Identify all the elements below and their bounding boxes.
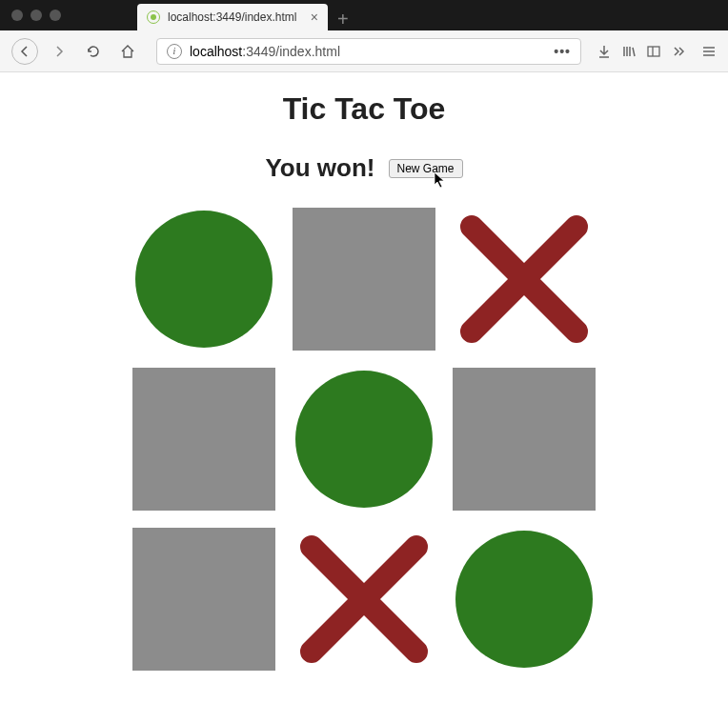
reload-button[interactable] [80,38,107,65]
traffic-lights [11,10,61,21]
status-row: You won! New Game [265,153,462,183]
menu-button[interactable] [701,44,717,59]
new-game-label: New Game [397,162,455,175]
close-window-button[interactable] [11,10,23,21]
library-icon [621,44,637,59]
forward-button[interactable] [46,38,72,65]
back-button[interactable] [11,38,38,65]
url-path: :3449/index.html [242,44,340,59]
board-cell-0-1[interactable] [293,208,435,351]
chevron-double-right-icon [671,44,686,59]
url-host: localhost [190,44,242,59]
game-title: Tic Tac Toe [283,91,446,127]
close-tab-button[interactable]: × [311,10,318,25]
hamburger-icon [701,44,717,59]
page-content: Tic Tac Toe You won! New Game [0,72,728,703]
library-button[interactable] [621,44,637,59]
board-cell-1-2[interactable] [453,368,596,511]
svg-point-3 [295,371,433,508]
sidebar-icon [646,44,661,59]
downloads-button[interactable] [597,44,612,59]
window-titlebar: localhost:3449/index.html × + [0,0,728,30]
maximize-window-button[interactable] [50,10,61,21]
favicon-icon [147,10,160,24]
o-mark-icon [453,528,596,671]
url-bar[interactable]: i localhost:3449/index.html ••• [156,38,581,65]
game-board [132,208,596,671]
x-mark-icon [453,208,596,351]
svg-point-2 [135,211,273,348]
new-game-button[interactable]: New Game [389,159,463,178]
browser-tab[interactable]: localhost:3449/index.html × [137,4,328,30]
site-info-icon[interactable]: i [167,44,182,59]
board-cell-2-2 [453,528,596,671]
new-tab-button[interactable]: + [328,9,358,30]
board-cell-1-1 [293,368,435,511]
board-cell-0-0 [132,208,275,351]
tab-title: localhost:3449/index.html [168,10,296,24]
sidebar-button[interactable] [646,44,661,59]
svg-rect-0 [648,47,659,56]
reload-icon [86,44,101,59]
board-cell-0-2 [453,208,596,351]
download-icon [597,44,612,59]
minimize-window-button[interactable] [30,10,42,21]
arrow-right-icon [52,45,66,58]
status-text: You won! [265,153,374,183]
tab-bar: localhost:3449/index.html × + [137,0,358,30]
board-cell-1-0[interactable] [132,368,275,511]
home-button[interactable] [114,38,141,65]
overflow-button[interactable] [671,44,686,59]
home-icon [120,44,135,59]
browser-toolbar: i localhost:3449/index.html ••• [0,30,728,72]
o-mark-icon [132,208,275,351]
url-text: localhost:3449/index.html [190,44,546,59]
board-cell-2-0[interactable] [132,528,275,671]
svg-point-4 [455,531,593,668]
toolbar-right [597,44,717,59]
o-mark-icon [293,368,435,511]
x-mark-icon [293,528,435,671]
page-actions-icon[interactable]: ••• [554,44,571,59]
board-cell-2-1 [293,528,435,671]
arrow-left-icon [18,45,31,58]
